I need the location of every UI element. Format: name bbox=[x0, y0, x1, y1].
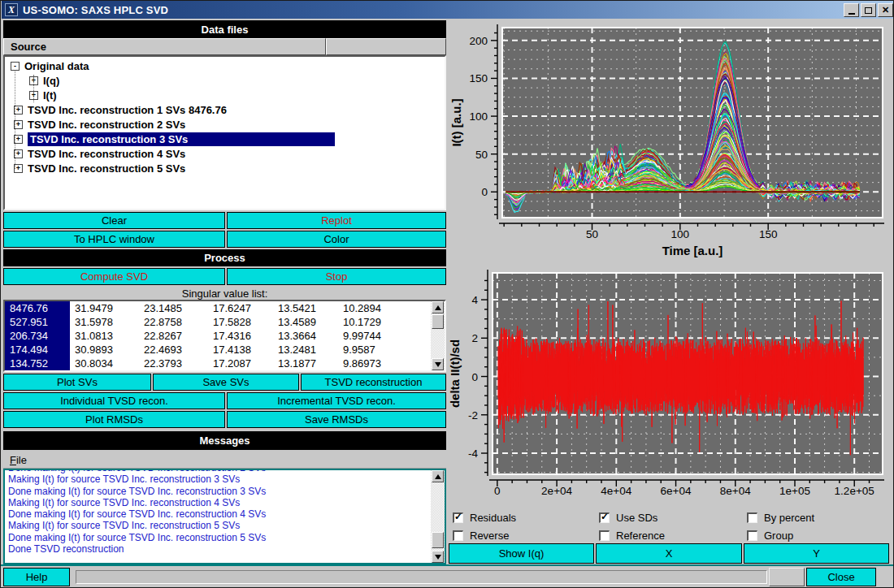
sv-value[interactable]: 31.5978 bbox=[70, 316, 139, 328]
close-window-button[interactable]: ✕ bbox=[878, 3, 893, 17]
sv-scroll-thumb[interactable] bbox=[432, 314, 444, 329]
sv-value[interactable]: 23.1485 bbox=[139, 302, 208, 314]
incremental-tvsd-recon-button[interactable]: Incremental TVSD recon. bbox=[227, 392, 446, 409]
individual-tvsd-recon-button[interactable]: Individual TVSD recon. bbox=[3, 392, 225, 409]
save-rmsds-button[interactable]: Save RMSDs bbox=[227, 411, 446, 428]
sv-value[interactable]: 22.4693 bbox=[139, 344, 208, 356]
source-column-header[interactable]: Source bbox=[3, 38, 326, 55]
checkbox-icon[interactable] bbox=[747, 530, 757, 541]
sv-value[interactable]: 30.8034 bbox=[70, 357, 139, 370]
sv-value[interactable]: 13.5421 bbox=[273, 302, 338, 314]
to-hplc-window-button[interactable]: To HPLC window bbox=[3, 231, 225, 248]
checkbox-icon[interactable] bbox=[453, 530, 463, 541]
messages-scroll-thumb[interactable] bbox=[432, 532, 444, 548]
titlebar[interactable]: X US-SOMO: SAXS HPLC SVD bbox=[2, 1, 894, 19]
sv-value[interactable]: 10.2894 bbox=[338, 302, 415, 314]
sv-value[interactable]: 31.0813 bbox=[70, 330, 139, 342]
sv-value[interactable]: 9.86973 bbox=[338, 357, 415, 370]
sv-value[interactable]: 30.9893 bbox=[70, 344, 139, 356]
singular-value-table[interactable]: 8476.7631.947923.148517.624713.542110.28… bbox=[3, 300, 446, 372]
sv-value-selected[interactable]: 174.494 bbox=[5, 343, 70, 357]
tree-item-label[interactable]: I(t) bbox=[43, 89, 57, 102]
replot-button[interactable]: Replot bbox=[227, 212, 446, 229]
sv-value[interactable]: 22.3793 bbox=[139, 357, 208, 370]
help-button[interactable]: Help bbox=[3, 568, 70, 586]
sv-value[interactable]: 17.4138 bbox=[208, 344, 273, 356]
app-icon[interactable]: X bbox=[5, 3, 18, 16]
sv-value[interactable]: 13.4589 bbox=[273, 316, 338, 328]
sv-table-row[interactable]: 8476.7631.947923.148517.624713.542110.28… bbox=[5, 301, 445, 315]
sv-value[interactable]: 22.8758 bbox=[139, 316, 208, 328]
sv-table-row[interactable]: 134.75230.803422.379317.208713.18779.869… bbox=[5, 357, 445, 370]
tree-item-label[interactable]: TSVD Inc. reconstruction 4 SVs bbox=[28, 148, 185, 160]
x-axis-button[interactable]: X bbox=[596, 543, 742, 564]
stop-button[interactable]: Stop bbox=[227, 268, 446, 285]
save-svs-button[interactable]: Save SVs bbox=[153, 374, 299, 391]
sv-value[interactable]: 17.5828 bbox=[208, 316, 273, 328]
sv-scroll-up-button[interactable] bbox=[432, 301, 444, 313]
file-menu[interactable]: File bbox=[10, 454, 27, 466]
close-button[interactable]: Close bbox=[806, 568, 876, 586]
sv-table-row[interactable]: 206.73431.081322.826717.431613.36649.997… bbox=[5, 329, 445, 343]
sv-value[interactable]: 22.8267 bbox=[139, 330, 208, 342]
sv-value-selected[interactable]: 134.752 bbox=[5, 357, 70, 370]
messages-scroll-up-button[interactable] bbox=[432, 470, 444, 482]
sv-value-selected[interactable]: 206.734 bbox=[5, 329, 70, 343]
checkbox-icon[interactable] bbox=[599, 530, 610, 541]
checkbox-group[interactable]: Group bbox=[747, 530, 793, 542]
tree-item-label[interactable]: TSVD Inc. reconstruction 3 SVs bbox=[28, 132, 335, 146]
sv-value[interactable]: 13.1877 bbox=[273, 357, 338, 370]
tree-item[interactable]: +TSVD Inc. reconstruction 2 SVs bbox=[5, 117, 445, 132]
checkbox-icon[interactable]: ✓ bbox=[453, 512, 463, 523]
sv-value-selected[interactable]: 527.951 bbox=[5, 315, 70, 329]
show-iq-button[interactable]: Show I(q) bbox=[449, 543, 594, 564]
sv-table-row[interactable]: 527.95131.597822.875817.582813.458910.17… bbox=[5, 315, 445, 329]
sv-table-scrollbar[interactable] bbox=[431, 301, 445, 370]
sv-value[interactable]: 17.6247 bbox=[208, 302, 273, 314]
checkbox-use-sds[interactable]: ✓Use SDs bbox=[599, 512, 657, 524]
checkbox-residuals[interactable]: ✓Residuals bbox=[453, 512, 516, 524]
data-files-tree[interactable]: -Original data+I(q)+I(t)+TSVD Inc. recon… bbox=[3, 55, 446, 210]
compute-svd-button[interactable]: Compute SVD bbox=[3, 268, 225, 285]
collapse-icon[interactable]: - bbox=[11, 62, 20, 71]
plot-svs-button[interactable]: Plot SVs bbox=[3, 374, 151, 391]
tree-item[interactable]: +TSVD Inc. reconstruction 5 SVs bbox=[5, 161, 445, 175]
source-column-header-blank[interactable] bbox=[326, 38, 446, 55]
sv-value[interactable]: 9.99744 bbox=[338, 330, 415, 342]
tree-item-label[interactable]: TSVD Inc. reconstruction 1 SVs 8476.76 bbox=[28, 104, 227, 116]
checkbox-icon[interactable]: ✓ bbox=[599, 512, 610, 523]
tsvd-reconstruction-button[interactable]: TSVD reconstruction bbox=[301, 374, 446, 391]
plot-rmsds-button[interactable]: Plot RMSDs bbox=[3, 411, 225, 428]
tree-item[interactable]: +TSVD Inc. reconstruction 3 SVs bbox=[5, 132, 445, 146]
tree-item-label[interactable]: I(q) bbox=[43, 75, 59, 87]
sv-scroll-down-button[interactable] bbox=[432, 358, 444, 370]
tree-item[interactable]: +TSVD Inc. reconstruction 4 SVs bbox=[5, 146, 445, 161]
sv-table-row[interactable]: 174.49430.989322.469317.413813.24819.958… bbox=[5, 343, 445, 357]
sv-value[interactable]: 13.3664 bbox=[273, 330, 338, 342]
messages-scrollbar[interactable] bbox=[431, 470, 445, 563]
sv-value[interactable]: 9.9587 bbox=[338, 344, 415, 356]
tree-item[interactable]: +TSVD Inc. reconstruction 1 SVs 8476.76 bbox=[5, 102, 445, 117]
messages-scroll-down-button[interactable] bbox=[432, 551, 444, 563]
color-button[interactable]: Color bbox=[227, 231, 446, 248]
it-chromatogram-plot[interactable]: 50100150050100150200Time [a.u.]I(t) [a.u… bbox=[448, 20, 894, 264]
checkbox-reference[interactable]: Reference bbox=[599, 530, 665, 542]
tree-item-label[interactable]: Original data bbox=[24, 60, 89, 72]
y-axis-button[interactable]: Y bbox=[744, 543, 889, 564]
tree-item-label[interactable]: TSVD Inc. reconstruction 5 SVs bbox=[28, 162, 185, 175]
sv-value[interactable]: 13.2481 bbox=[273, 344, 338, 356]
messages-box[interactable]: Done making I(t) for source TSVD Inc. re… bbox=[3, 469, 446, 564]
clear-button[interactable]: Clear bbox=[3, 212, 225, 229]
tree-item[interactable]: +I(t) bbox=[5, 88, 445, 102]
sv-value[interactable]: 10.1729 bbox=[338, 316, 415, 328]
tree-item[interactable]: -Original data bbox=[5, 58, 445, 73]
sv-value[interactable]: 17.4316 bbox=[208, 330, 273, 342]
maximize-button[interactable] bbox=[861, 3, 876, 17]
sv-value[interactable]: 31.9479 bbox=[70, 302, 139, 314]
residuals-plot[interactable]: 02e+044e+046e+048e+041e+051.2e+05-4-2024… bbox=[448, 264, 894, 508]
minimize-button[interactable] bbox=[844, 3, 859, 17]
checkbox-icon[interactable] bbox=[747, 512, 757, 523]
checkbox-reverse[interactable]: Reverse bbox=[453, 530, 509, 542]
sv-value-selected[interactable]: 8476.76 bbox=[5, 301, 70, 315]
checkbox-by-percent[interactable]: By percent bbox=[747, 512, 814, 524]
